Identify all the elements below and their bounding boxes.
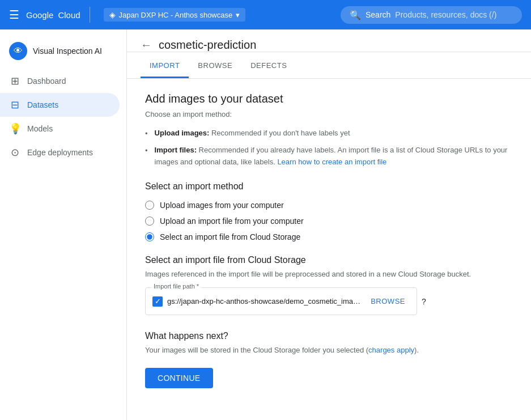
bullet-rest-1: Recommended if you don't have labels yet — [211, 129, 350, 137]
nav-divider — [90, 7, 90, 23]
dropdown-icon: ▾ — [236, 11, 240, 19]
search-placeholder: Products, resources, docs (/) — [395, 10, 496, 19]
browse-button[interactable]: BROWSE — [366, 295, 410, 308]
learn-how-link[interactable]: Learn how to create an import file — [277, 158, 386, 166]
page-title: cosmetic-prediction — [159, 39, 256, 52]
radio-upload-images[interactable]: Upload images from your computer — [145, 201, 513, 210]
sidebar-item-label: Edge deployments — [27, 148, 93, 157]
google-logo: Google — [26, 10, 53, 20]
import-method-bullets: Upload images: Recommended if you don't … — [145, 128, 513, 168]
radio-cloud-storage-label: Select an import file from Cloud Storage — [160, 232, 300, 241]
what-next-desc: Your images will be stored in the Cloud … — [145, 346, 513, 354]
sidebar-item-label: Datasets — [27, 100, 58, 109]
app-icon: 👁 — [9, 42, 27, 60]
what-next-text: Your images will be stored in the Cloud … — [145, 346, 366, 354]
top-navigation: ☰ Google Cloud ◈ Japan DXP HC - Anthos s… — [0, 0, 531, 29]
cloud-storage-section-title: Select an import file from Cloud Storage — [145, 255, 513, 265]
radio-upload-file-label: Upload an import file from your computer — [160, 217, 304, 226]
import-file-field-row: Import file path * ✓ gs://japan-dxp-hc-a… — [145, 287, 513, 315]
sidebar-item-label: Dashboard — [27, 77, 66, 86]
field-label: Import file path * — [151, 283, 201, 290]
bullet-bold-2: Import files: — [155, 146, 197, 154]
sidebar-header: 👁 Visual Inspection AI — [0, 36, 126, 69]
search-label: Search — [366, 10, 390, 19]
file-path-value: gs://japan-dxp-hc-anthos-showcase/demo_c… — [167, 297, 362, 306]
continue-button[interactable]: CONTINUE — [145, 368, 213, 388]
sidebar: 👁 Visual Inspection AI ⊞ Dashboard ⊟ Dat… — [0, 29, 127, 420]
bullet-upload-images: Upload images: Recommended if you don't … — [145, 128, 513, 140]
sidebar-item-datasets[interactable]: ⊟ Datasets — [0, 93, 120, 117]
tab-import[interactable]: IMPORT — [141, 54, 189, 78]
search-icon: 🔍 — [350, 10, 361, 20]
what-next-title: What happens next? — [145, 331, 513, 341]
sidebar-item-label: Models — [27, 124, 53, 133]
project-name: Japan DXP HC - Anthos showcase — [119, 11, 233, 19]
dashboard-icon: ⊞ — [9, 75, 20, 87]
checkbox-checked-icon: ✓ — [152, 296, 163, 307]
import-method-radio-group: Upload images from your computer Upload … — [145, 201, 513, 241]
sidebar-item-models[interactable]: 💡 Models — [0, 117, 120, 141]
sidebar-app-title: Visual Inspection AI — [33, 46, 102, 56]
page-header: ← cosmetic-prediction — [127, 29, 531, 52]
back-icon: ← — [141, 39, 152, 52]
radio-cloud-storage[interactable]: Select an import file from Cloud Storage — [145, 232, 513, 241]
charges-apply-link[interactable]: charges apply — [368, 346, 414, 354]
sidebar-item-edge-deployments[interactable]: ⊙ Edge deployments — [0, 141, 120, 164]
radio-upload-file[interactable]: Upload an import file from your computer — [145, 217, 513, 226]
models-icon: 💡 — [9, 122, 20, 135]
radio-cloud-storage-input[interactable] — [145, 232, 154, 241]
logo-area: Google Cloud — [26, 10, 80, 20]
bullet-import-files: Import files: Recommended if you already… — [145, 145, 513, 168]
content-area: Add images to your dataset Choose an imp… — [127, 79, 531, 402]
search-bar[interactable]: 🔍 Search Products, resources, docs (/) — [341, 6, 522, 24]
eye-icon: 👁 — [14, 46, 23, 56]
bullet-text-2: Import files: Recommended if you already… — [155, 145, 513, 168]
radio-upload-images-label: Upload images from your computer — [160, 201, 284, 210]
tab-defects[interactable]: DEFECTS — [241, 54, 296, 78]
link-suffix: ). — [414, 346, 419, 354]
add-images-title: Add images to your dataset — [145, 92, 513, 105]
datasets-icon: ⊟ — [9, 99, 20, 111]
cloud-text: Cloud — [58, 10, 80, 20]
edge-icon: ⊙ — [9, 146, 20, 159]
tab-browse[interactable]: BROWSE — [189, 54, 241, 78]
add-images-subtitle: Choose an import method: — [145, 110, 513, 118]
back-button[interactable]: ← — [141, 39, 152, 52]
hamburger-icon[interactable]: ☰ — [9, 8, 19, 22]
select-method-title: Select an import method — [145, 181, 513, 192]
app-body: 👁 Visual Inspection AI ⊞ Dashboard ⊟ Dat… — [0, 29, 531, 420]
project-selector[interactable]: ◈ Japan DXP HC - Anthos showcase ▾ — [104, 8, 246, 22]
import-file-field: Import file path * ✓ gs://japan-dxp-hc-a… — [145, 287, 417, 315]
tabs-bar: IMPORT BROWSE DEFECTS — [127, 54, 531, 79]
project-icon: ◈ — [109, 10, 116, 19]
radio-upload-file-input[interactable] — [145, 217, 154, 226]
bullet-bold-1: Upload images: — [155, 129, 210, 137]
sidebar-item-dashboard[interactable]: ⊞ Dashboard — [0, 69, 120, 93]
radio-upload-images-input[interactable] — [145, 201, 154, 210]
question-mark: ? — [422, 297, 426, 306]
cloud-storage-desc: Images referenced in the import file wil… — [145, 270, 513, 278]
main-content: ← cosmetic-prediction IMPORT BROWSE DEFE… — [127, 29, 531, 420]
checkmark: ✓ — [155, 297, 161, 306]
help-icon[interactable]: ? — [422, 297, 426, 306]
bullet-text-1: Upload images: Recommended if you don't … — [155, 128, 350, 140]
